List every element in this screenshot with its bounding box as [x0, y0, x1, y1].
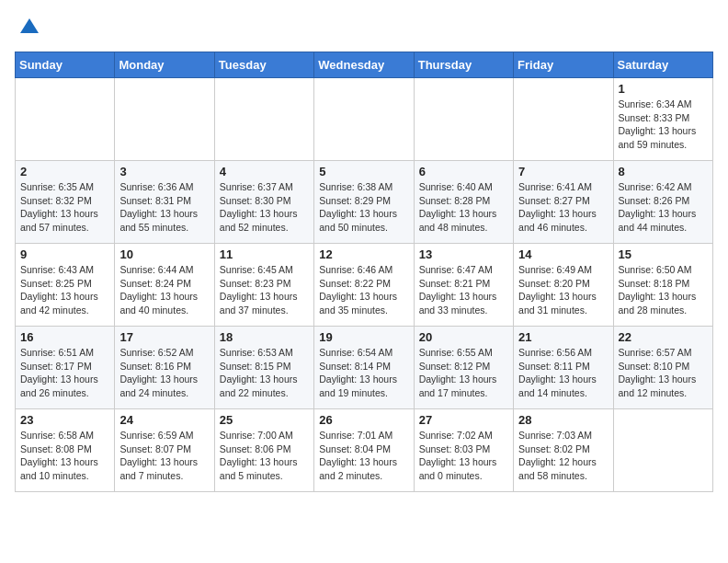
calendar-cell: [214, 78, 313, 161]
calendar-cell: 21Sunrise: 6:56 AM Sunset: 8:11 PM Dayli…: [514, 327, 613, 409]
col-header-thursday: Thursday: [414, 52, 513, 78]
day-number: 17: [119, 330, 209, 344]
day-number: 22: [619, 330, 708, 344]
calendar-table: SundayMondayTuesdayWednesdayThursdayFrid…: [15, 52, 713, 492]
day-detail: Sunrise: 6:46 AM Sunset: 8:22 PM Dayligh…: [319, 263, 408, 317]
calendar-cell: 5Sunrise: 6:38 AM Sunset: 8:29 PM Daylig…: [314, 161, 414, 244]
day-number: 19: [319, 330, 408, 344]
calendar-cell: 2Sunrise: 6:35 AM Sunset: 8:32 PM Daylig…: [16, 161, 115, 244]
day-number: 27: [419, 413, 508, 427]
col-header-wednesday: Wednesday: [314, 52, 414, 78]
day-detail: Sunrise: 6:47 AM Sunset: 8:21 PM Dayligh…: [419, 263, 508, 317]
calendar-cell: 16Sunrise: 6:51 AM Sunset: 8:17 PM Dayli…: [16, 327, 115, 409]
day-number: 21: [518, 330, 608, 344]
calendar-cell: 19Sunrise: 6:54 AM Sunset: 8:14 PM Dayli…: [314, 327, 414, 409]
col-header-monday: Monday: [115, 52, 214, 78]
day-detail: Sunrise: 6:45 AM Sunset: 8:23 PM Dayligh…: [220, 263, 309, 317]
calendar-cell: 11Sunrise: 6:45 AM Sunset: 8:23 PM Dayli…: [214, 244, 313, 327]
day-detail: Sunrise: 6:42 AM Sunset: 8:26 PM Dayligh…: [619, 180, 708, 235]
calendar-cell: 3Sunrise: 6:36 AM Sunset: 8:31 PM Daylig…: [115, 161, 214, 244]
day-number: 14: [518, 247, 608, 261]
calendar-cell: 6Sunrise: 6:40 AM Sunset: 8:28 PM Daylig…: [414, 161, 513, 244]
day-detail: Sunrise: 7:00 AM Sunset: 8:06 PM Dayligh…: [220, 429, 309, 483]
calendar-week-2: 2Sunrise: 6:35 AM Sunset: 8:32 PM Daylig…: [16, 161, 713, 244]
day-number: 20: [419, 330, 508, 344]
day-detail: Sunrise: 6:41 AM Sunset: 8:27 PM Dayligh…: [518, 180, 608, 235]
day-detail: Sunrise: 6:58 AM Sunset: 8:08 PM Dayligh…: [20, 429, 109, 483]
calendar-cell: 13Sunrise: 6:47 AM Sunset: 8:21 PM Dayli…: [414, 244, 513, 327]
logo: [15, 15, 42, 40]
calendar-cell: 12Sunrise: 6:46 AM Sunset: 8:22 PM Dayli…: [314, 244, 414, 327]
calendar-cell: [414, 78, 513, 161]
calendar-cell: 10Sunrise: 6:44 AM Sunset: 8:24 PM Dayli…: [115, 244, 214, 327]
day-detail: Sunrise: 6:43 AM Sunset: 8:25 PM Dayligh…: [20, 263, 109, 317]
calendar-week-1: 1Sunrise: 6:34 AM Sunset: 8:33 PM Daylig…: [16, 78, 713, 161]
day-number: 7: [518, 165, 608, 178]
day-number: 18: [220, 330, 309, 344]
day-number: 16: [20, 330, 109, 344]
day-number: 8: [619, 165, 708, 178]
calendar-cell: 14Sunrise: 6:49 AM Sunset: 8:20 PM Dayli…: [514, 244, 613, 327]
col-header-tuesday: Tuesday: [214, 52, 313, 78]
calendar-cell: 18Sunrise: 6:53 AM Sunset: 8:15 PM Dayli…: [214, 327, 313, 409]
page-header: [15, 15, 713, 40]
calendar-cell: 7Sunrise: 6:41 AM Sunset: 8:27 PM Daylig…: [514, 161, 613, 244]
calendar-week-4: 16Sunrise: 6:51 AM Sunset: 8:17 PM Dayli…: [16, 327, 713, 409]
day-detail: Sunrise: 6:50 AM Sunset: 8:18 PM Dayligh…: [619, 263, 708, 317]
logo-icon: [17, 15, 42, 40]
day-detail: Sunrise: 6:57 AM Sunset: 8:10 PM Dayligh…: [619, 346, 708, 400]
day-detail: Sunrise: 6:52 AM Sunset: 8:16 PM Dayligh…: [119, 346, 209, 400]
day-detail: Sunrise: 6:54 AM Sunset: 8:14 PM Dayligh…: [319, 346, 408, 400]
day-number: 13: [419, 247, 508, 261]
day-detail: Sunrise: 6:44 AM Sunset: 8:24 PM Dayligh…: [119, 263, 209, 317]
calendar-cell: 8Sunrise: 6:42 AM Sunset: 8:26 PM Daylig…: [613, 161, 712, 244]
calendar-cell: 28Sunrise: 7:03 AM Sunset: 8:02 PM Dayli…: [514, 409, 613, 492]
day-number: 3: [119, 165, 209, 178]
day-detail: Sunrise: 7:03 AM Sunset: 8:02 PM Dayligh…: [518, 429, 608, 483]
day-detail: Sunrise: 6:59 AM Sunset: 8:07 PM Dayligh…: [119, 429, 209, 483]
calendar-cell: 22Sunrise: 6:57 AM Sunset: 8:10 PM Dayli…: [613, 327, 712, 409]
calendar-cell: 25Sunrise: 7:00 AM Sunset: 8:06 PM Dayli…: [214, 409, 313, 492]
day-detail: Sunrise: 6:38 AM Sunset: 8:29 PM Dayligh…: [319, 180, 408, 235]
calendar-cell: 23Sunrise: 6:58 AM Sunset: 8:08 PM Dayli…: [16, 409, 115, 492]
col-header-friday: Friday: [514, 52, 613, 78]
day-detail: Sunrise: 7:02 AM Sunset: 8:03 PM Dayligh…: [419, 429, 508, 483]
calendar-cell: [115, 78, 214, 161]
calendar-week-5: 23Sunrise: 6:58 AM Sunset: 8:08 PM Dayli…: [16, 409, 713, 492]
day-number: 10: [119, 247, 209, 261]
calendar-cell: 1Sunrise: 6:34 AM Sunset: 8:33 PM Daylig…: [613, 78, 712, 161]
calendar-cell: [514, 78, 613, 161]
day-number: 23: [20, 413, 109, 427]
day-detail: Sunrise: 6:35 AM Sunset: 8:32 PM Dayligh…: [20, 180, 109, 235]
day-number: 12: [319, 247, 408, 261]
calendar-cell: 20Sunrise: 6:55 AM Sunset: 8:12 PM Dayli…: [414, 327, 513, 409]
day-number: 11: [220, 247, 309, 261]
calendar-cell: [16, 78, 115, 161]
day-number: 28: [518, 413, 608, 427]
calendar-cell: [314, 78, 414, 161]
day-number: 15: [619, 247, 708, 261]
day-detail: Sunrise: 6:55 AM Sunset: 8:12 PM Dayligh…: [419, 346, 508, 400]
day-detail: Sunrise: 6:36 AM Sunset: 8:31 PM Dayligh…: [119, 180, 209, 235]
day-detail: Sunrise: 6:51 AM Sunset: 8:17 PM Dayligh…: [20, 346, 109, 400]
day-detail: Sunrise: 6:34 AM Sunset: 8:33 PM Dayligh…: [619, 98, 708, 152]
day-detail: Sunrise: 6:40 AM Sunset: 8:28 PM Dayligh…: [419, 180, 508, 235]
day-detail: Sunrise: 6:49 AM Sunset: 8:20 PM Dayligh…: [518, 263, 608, 317]
col-header-sunday: Sunday: [16, 52, 115, 78]
calendar-cell: 17Sunrise: 6:52 AM Sunset: 8:16 PM Dayli…: [115, 327, 214, 409]
calendar-cell: 15Sunrise: 6:50 AM Sunset: 8:18 PM Dayli…: [613, 244, 712, 327]
day-number: 24: [119, 413, 209, 427]
day-detail: Sunrise: 6:53 AM Sunset: 8:15 PM Dayligh…: [220, 346, 309, 400]
calendar-cell: 27Sunrise: 7:02 AM Sunset: 8:03 PM Dayli…: [414, 409, 513, 492]
day-number: 6: [419, 165, 508, 178]
calendar-week-3: 9Sunrise: 6:43 AM Sunset: 8:25 PM Daylig…: [16, 244, 713, 327]
calendar-cell: 26Sunrise: 7:01 AM Sunset: 8:04 PM Dayli…: [314, 409, 414, 492]
day-detail: Sunrise: 7:01 AM Sunset: 8:04 PM Dayligh…: [319, 429, 408, 483]
svg-marker-0: [20, 18, 39, 33]
day-number: 26: [319, 413, 408, 427]
calendar-cell: [613, 409, 712, 492]
day-number: 2: [20, 165, 109, 178]
calendar-header-row: SundayMondayTuesdayWednesdayThursdayFrid…: [16, 52, 713, 78]
day-detail: Sunrise: 6:37 AM Sunset: 8:30 PM Dayligh…: [220, 180, 309, 235]
day-number: 25: [220, 413, 309, 427]
